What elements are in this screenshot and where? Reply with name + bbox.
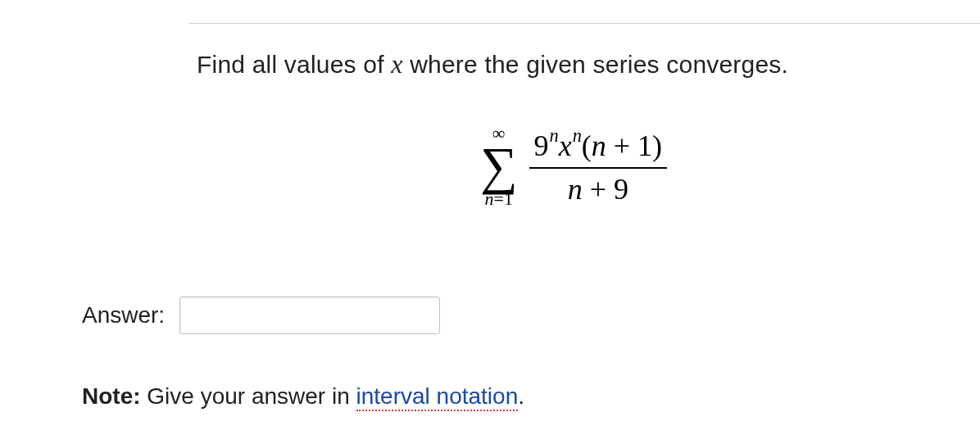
formula-area: ∞ ∑ n=1 9nxn(n + 1) n + 9 [287,125,860,208]
question-prefix: Find all values of [197,51,391,78]
note-row: Note: Give your answer in interval notat… [82,383,524,410]
sigma-index-eq: = [493,188,503,209]
num-paren-open: ( [582,129,592,162]
question-suffix: where the given series converges. [403,51,788,78]
interval-notation-link[interactable]: interval notation [356,383,519,411]
num-plus: + [606,129,637,162]
num-exp1: n [550,125,559,146]
question-block: Find all values of x where the given ser… [197,49,947,208]
question-text: Find all values of x where the given ser… [197,49,947,79]
note-bold: Note: [82,383,141,409]
note-period: . [518,383,524,409]
series-formula: ∞ ∑ n=1 9nxn(n + 1) n + 9 [480,125,667,208]
num-exp2: n [573,125,582,146]
num-base2: x [559,129,572,162]
den-var: n [568,173,583,206]
den-plus: + [583,173,614,206]
answer-label: Answer: [82,302,165,328]
top-divider [188,23,980,24]
num-const: 1 [637,129,652,162]
numerator: 9nxn(n + 1) [529,129,668,169]
denominator: n + 9 [568,169,628,207]
answer-input[interactable] [179,297,440,334]
sigma-lower-limit: n=1 [484,190,512,208]
fraction: 9nxn(n + 1) n + 9 [529,129,668,207]
sigma-index-var: n [484,188,493,209]
sigma-block: ∞ ∑ n=1 [480,125,518,208]
answer-row: Answer: [82,297,440,334]
num-base1: 9 [534,129,549,162]
num-paren-close: ) [652,129,662,162]
note-text: Give your answer in [141,383,356,409]
question-variable: x [391,49,402,79]
den-const: 9 [614,173,628,206]
sigma-index-val: 1 [504,188,513,209]
sigma-icon: ∑ [480,144,518,188]
num-var3: n [592,129,606,162]
